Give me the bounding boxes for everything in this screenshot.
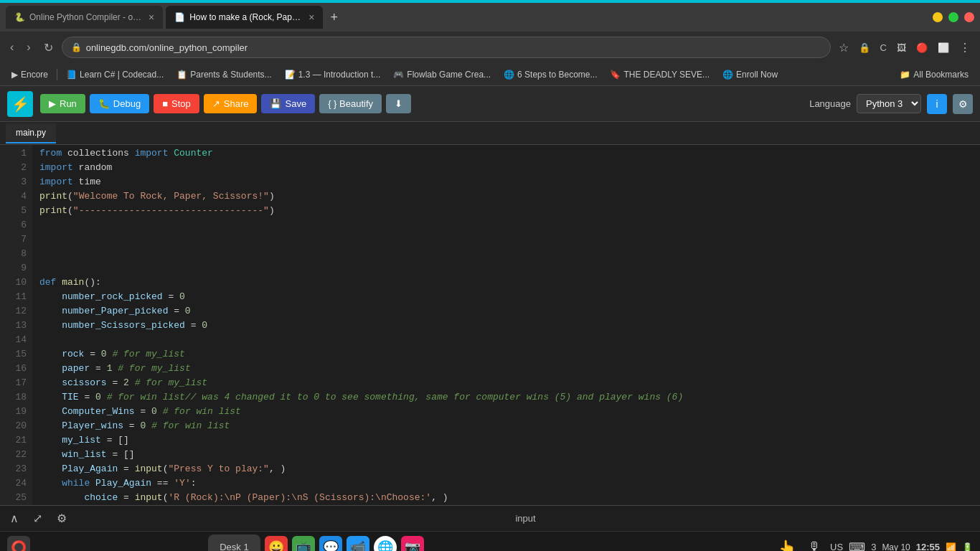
line-number: 20: [6, 419, 27, 433]
download-icon: ⬇: [395, 98, 402, 109]
keyboard-layout: US: [830, 542, 843, 551]
taskbar-center: Desk 1 😀 📺 💬 📹 🌐 📷: [208, 534, 423, 552]
ext2-button[interactable]: C: [877, 40, 890, 55]
tab1-close[interactable]: ×: [149, 11, 154, 23]
tab2-close[interactable]: ×: [308, 11, 314, 23]
bookmark-6steps[interactable]: 🌐 6 Steps to Become...: [498, 67, 603, 82]
6steps-label: 6 Steps to Become...: [517, 70, 597, 80]
taskbar-chrome[interactable]: 🌐: [374, 536, 397, 552]
intro-label: 1.3 — Introduction t...: [298, 70, 381, 80]
bookmark-deadly[interactable]: 🔖 THE DEADLY SEVE...: [604, 67, 715, 82]
panel-settings-button[interactable]: ⚙: [52, 510, 71, 527]
bookmarks-folder-icon: 📁: [900, 70, 910, 80]
settings-button[interactable]: ⚙: [953, 94, 973, 114]
desk1-button[interactable]: Desk 1: [208, 534, 260, 552]
csharp-icon: 📘: [66, 70, 77, 80]
ext3-button[interactable]: 🖼: [893, 40, 910, 55]
address-bar[interactable]: 🔒 onlinegdb.com/online_python_compiler: [62, 37, 831, 58]
reload-button[interactable]: ↻: [39, 38, 57, 57]
code-line: [39, 333, 973, 347]
flowlab-label: Flowlab Game Crea...: [407, 70, 491, 80]
minimize-button[interactable]: [933, 12, 943, 22]
address-input[interactable]: onlinegdb.com/online_python_compiler: [86, 42, 821, 53]
back-button[interactable]: ‹: [6, 38, 18, 57]
code-line: Computer_Wins = 0 # for win list: [39, 405, 973, 419]
code-line: def main():: [39, 276, 973, 290]
file-tabs: main.py: [0, 122, 980, 145]
beautify-button[interactable]: { } Beautify: [319, 94, 382, 113]
star-button[interactable]: ☆: [835, 39, 852, 57]
bookmark-enroll[interactable]: 🌐 Enroll Now: [717, 67, 783, 82]
bookmarks-more: 📁 All Bookmarks: [894, 67, 974, 82]
deadly-icon: 🔖: [610, 70, 621, 80]
browser-tab-1[interactable]: 🐍 Online Python Compiler - onlin... ×: [6, 6, 163, 29]
line-number: 6: [6, 218, 27, 232]
run-button[interactable]: ▶ Run: [40, 94, 85, 113]
main-py-tab[interactable]: main.py: [6, 123, 56, 143]
language-select[interactable]: Python 3: [857, 94, 921, 113]
code-line: from collections import Counter: [39, 146, 973, 161]
taskbar: ⭕ Desk 1 😀 📺 💬 📹 🌐 📷 👆 🎙 US ⌨ 3 May 10 1…: [0, 531, 980, 551]
share-icon: ↗: [212, 98, 220, 109]
bookmark-encore[interactable]: ▶ Encore: [6, 67, 54, 82]
line-number: 25: [6, 491, 27, 505]
taskbar-app-blue[interactable]: 💬: [319, 536, 342, 552]
line-number: 7: [6, 232, 27, 247]
line-number: 10: [6, 276, 27, 290]
main-py-label: main.py: [16, 128, 46, 138]
save-button[interactable]: 💾 Save: [261, 94, 315, 113]
ext4-button[interactable]: 🔴: [913, 40, 931, 55]
taskbar-app-green[interactable]: 📺: [292, 536, 315, 552]
all-bookmarks[interactable]: 📁 All Bookmarks: [894, 67, 974, 82]
bottom-panel: ∧ ⤢ ⚙ input: [0, 505, 980, 531]
csharp-label: Learn C# | Codecad...: [80, 70, 164, 80]
line-number: 21: [6, 433, 27, 448]
taskbar-app-zoom[interactable]: 📹: [347, 536, 369, 552]
debug-button[interactable]: 🐛 Debug: [90, 94, 149, 113]
code-line: [39, 232, 973, 247]
code-line: Player_wins = 0 # for win list: [39, 419, 973, 433]
panel-collapse-button[interactable]: ∧: [6, 510, 23, 527]
menu-button[interactable]: ⋮: [956, 39, 974, 57]
bookmark-flowlab[interactable]: 🎮 Flowlab Game Crea...: [387, 67, 496, 82]
language-label: Language: [809, 98, 851, 109]
bookmark-intro[interactable]: 📝 1.3 — Introduction t...: [279, 67, 387, 82]
editor-toolbar: ⚡ ▶ Run 🐛 Debug ■ Stop ↗ Share 💾 Save { …: [0, 86, 980, 122]
tab2-label: How to make a (Rock, Paper, S...: [189, 12, 304, 22]
stop-button[interactable]: ■ Stop: [154, 94, 199, 113]
code-line: Play_Again = input("Press Y to play:", ): [39, 462, 973, 476]
line-number: 12: [6, 304, 27, 319]
line-number: 18: [6, 390, 27, 405]
ext1-button[interactable]: 🔒: [855, 40, 874, 55]
mic-button[interactable]: 🎙: [804, 537, 824, 551]
code-line: [39, 261, 973, 276]
ext5-button[interactable]: ⬜: [934, 40, 953, 55]
bookmark-csharp[interactable]: 📘 Learn C# | Codecad...: [60, 67, 169, 82]
taskbar-app-pink[interactable]: 📷: [401, 536, 424, 552]
stop-icon: ■: [162, 98, 168, 109]
editor-logo: ⚡: [7, 91, 33, 117]
browser-tab-2[interactable]: 📄 How to make a (Rock, Paper, S... ×: [166, 6, 323, 29]
line-numbers: 1234567891011121314151617181920212223242…: [0, 145, 32, 505]
download-button[interactable]: ⬇: [386, 94, 411, 113]
enroll-icon: 🌐: [722, 70, 733, 80]
parents-icon: 📋: [176, 70, 187, 80]
taskbar-app-red[interactable]: 😀: [265, 536, 288, 552]
nav-icons: ☆ 🔒 C 🖼 🔴 ⬜ ⋮: [835, 39, 974, 57]
line-number: 2: [6, 161, 27, 175]
line-number: 23: [6, 462, 27, 476]
bookmark-parents[interactable]: 📋 Parents & Students...: [171, 67, 277, 82]
taskbar-fingerprint[interactable]: 👆: [776, 536, 798, 552]
share-button[interactable]: ↗ Share: [204, 94, 258, 113]
info-button[interactable]: i: [927, 94, 947, 114]
wifi-icon: 📶: [946, 542, 956, 552]
line-number: 11: [6, 290, 27, 304]
panel-expand-button[interactable]: ⤢: [29, 510, 47, 527]
new-tab-button[interactable]: +: [326, 10, 342, 25]
taskbar-home[interactable]: ⭕: [7, 536, 30, 552]
close-button[interactable]: [964, 12, 974, 22]
code-content[interactable]: from collections import Counterimport ra…: [32, 145, 980, 505]
forward-button[interactable]: ›: [22, 38, 34, 57]
taskbar-right: 👆 🎙 US ⌨ 3 May 10 12:55 📶 🔋: [776, 536, 973, 552]
maximize-button[interactable]: [948, 12, 958, 22]
